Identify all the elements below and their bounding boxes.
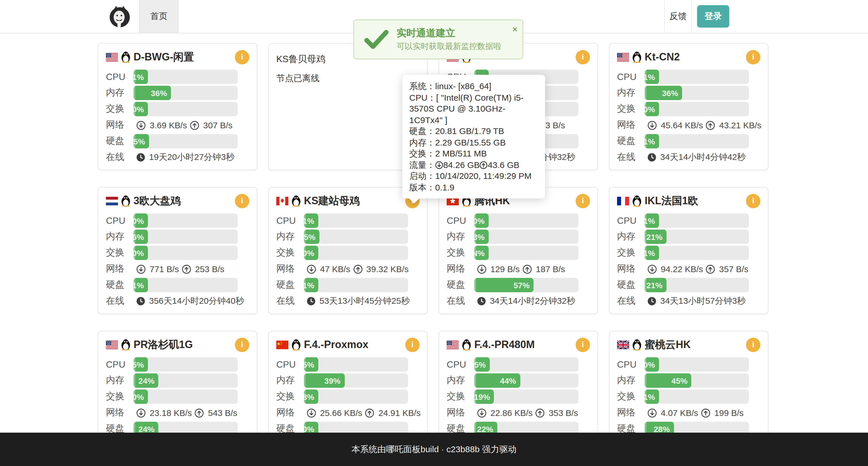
- tooltip-row: CPU：[ "Intel(R) Core(TM) i5-3570S CPU @ …: [409, 92, 538, 125]
- metric-label: 网络: [106, 263, 133, 275]
- info-icon[interactable]: i: [576, 50, 590, 64]
- info-icon[interactable]: i: [235, 194, 249, 208]
- progress-fill: 24%: [133, 373, 159, 388]
- progress-value: 0%: [133, 216, 144, 225]
- arrow-circle-up-icon: [706, 121, 715, 130]
- download-arrow-icon: [136, 408, 146, 418]
- arrow-circle-up-icon: [353, 264, 362, 273]
- progress-value: 1%: [133, 280, 144, 290]
- metric-label: 硬盘: [617, 279, 645, 291]
- download-arrow-icon: [307, 264, 316, 273]
- network-row: 网络 4.07 KB/s 199 B/s: [617, 406, 761, 420]
- network-download-value: 23.18 KB/s: [150, 408, 192, 418]
- metric-label: 在线: [106, 295, 133, 307]
- upload-arrow-icon: [706, 121, 715, 130]
- upload-arrow-icon: [195, 408, 204, 418]
- progress-value: 1%: [304, 280, 314, 290]
- footer: 本系统由 哪吒面板 build · c23b88b 强力驱动: [0, 433, 868, 466]
- card-title-row: F.4.-Proxmox i: [276, 337, 420, 352]
- server-card: 腾讯HK i CPU 0% 内存 3% 交换 N%: [439, 187, 598, 314]
- upload-arrow-icon: [536, 408, 545, 418]
- tooltip-label: 版本：: [409, 182, 435, 192]
- arrow-circle-up-icon: [523, 264, 532, 273]
- swap-row: 交换 0%: [106, 246, 249, 260]
- nav-tab-home[interactable]: 首页: [139, 0, 179, 33]
- metric-label: CPU: [617, 359, 645, 370]
- cpu-row: CPU 0%: [106, 213, 249, 228]
- memory-row: 内存 39%: [276, 373, 420, 388]
- progress-fill: 21%: [645, 230, 666, 244]
- progress-value: 39%: [324, 376, 340, 385]
- metric-label: 内存: [617, 231, 645, 243]
- info-icon[interactable]: i: [576, 194, 590, 208]
- network-row: 网络 129 B/s 187 B/s: [447, 262, 590, 276]
- swap-row: 交换 N%: [447, 246, 590, 260]
- network-upload-value: 199 B/s: [714, 408, 744, 418]
- progress-track: 24%: [133, 373, 238, 388]
- metric-label: 网络: [617, 263, 645, 275]
- metric-label: CPU: [106, 359, 133, 370]
- network-download-value: 4.07 KB/s: [661, 408, 698, 418]
- login-button[interactable]: 登录: [697, 5, 729, 28]
- progress-track: 1%: [645, 390, 749, 404]
- progress-value: 0%: [474, 216, 485, 225]
- network-download-value: 45.64 KB/s: [661, 120, 703, 130]
- footer-panel-link[interactable]: 哪吒面板: [386, 444, 421, 455]
- site-logo[interactable]: [108, 5, 131, 28]
- cpu-row: CPU 1%: [617, 70, 761, 84]
- progress-value: 24%: [138, 424, 155, 433]
- progress-value: 6%: [133, 232, 144, 241]
- toast-message: 可以实时获取最新监控数据啦: [397, 41, 501, 52]
- metric-label: CPU: [106, 215, 133, 226]
- metric-label: 网络: [106, 407, 133, 419]
- progress-fill: 15%: [133, 134, 149, 148]
- flag-us-icon: [106, 53, 118, 61]
- clock-icon: [477, 297, 486, 305]
- tooltip-label: 内存：: [409, 137, 435, 147]
- tooltip-row: 内存：2.29 GB/15.55 GB: [409, 137, 538, 148]
- info-icon[interactable]: i: [405, 337, 420, 352]
- progress-value: 10%: [304, 424, 314, 433]
- progress-fill: 11%: [645, 134, 659, 148]
- info-icon[interactable]: i: [235, 50, 249, 64]
- progress-fill: 19%: [474, 390, 494, 404]
- info-icon[interactable]: i: [576, 337, 590, 352]
- metric-label: 交换: [617, 103, 645, 115]
- info-icon[interactable]: i: [235, 337, 249, 352]
- progress-track: 3%: [474, 230, 579, 244]
- swap-row: 交换 19%: [447, 390, 590, 404]
- metric-label: CPU: [447, 359, 474, 370]
- network-download-value: 94.22 KB/s: [661, 264, 703, 274]
- metric-label: 内存: [447, 231, 474, 243]
- clock-icon: [648, 153, 656, 162]
- network-row: 网络 94.22 KB/s 357 B/s: [617, 262, 761, 276]
- info-icon[interactable]: i: [746, 194, 761, 208]
- network-row: 网络 3.69 KB/s 307 B/s: [106, 118, 249, 132]
- metric-label: 交换: [447, 247, 474, 259]
- nav-link-feedback[interactable]: 反馈: [664, 0, 692, 33]
- metric-label: 网络: [447, 407, 474, 419]
- progress-track: 36%: [645, 86, 749, 100]
- info-icon[interactable]: i: [746, 50, 761, 64]
- memory-row: 内存 45%: [617, 373, 761, 388]
- tooltip-row: 流量：84.26 GB43.6 GB: [409, 159, 538, 170]
- progress-track: 0%: [645, 357, 749, 372]
- network-download-value: 47 KB/s: [320, 264, 350, 274]
- progress-track: 1%: [133, 278, 238, 292]
- card-title-row: 蜜桃云HK i: [617, 337, 761, 352]
- clock-icon: [136, 153, 145, 162]
- metric-label: 网络: [617, 119, 645, 131]
- info-icon[interactable]: i: [746, 337, 761, 352]
- metric-label: 网络: [276, 407, 304, 419]
- network-download-value: 3.69 KB/s: [150, 120, 187, 130]
- arrow-circle-down-icon: [648, 121, 657, 130]
- progress-fill: 57%: [474, 278, 534, 292]
- progress-value: 57%: [514, 280, 530, 290]
- tooltip-value: 2.29 GB/15.55 GB: [435, 137, 506, 147]
- progress-value: 1%: [645, 248, 655, 258]
- card-title-row: 3欧大盘鸡 i: [106, 193, 249, 208]
- uptime-value: 356天14小时20分钟40秒: [149, 296, 244, 307]
- tooltip-label: 硬盘：: [409, 126, 435, 136]
- toast-close-icon[interactable]: ×: [512, 25, 518, 33]
- clock-icon: [307, 297, 315, 305]
